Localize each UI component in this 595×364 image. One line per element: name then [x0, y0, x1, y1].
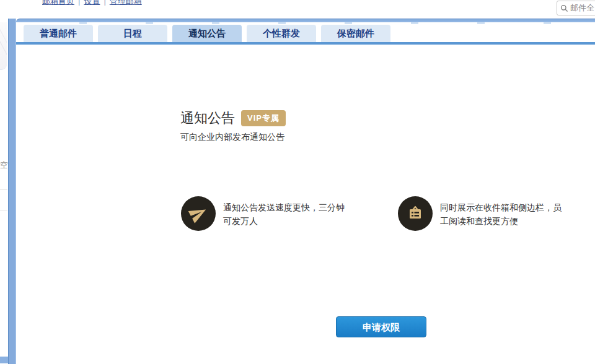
feature-fast-send: 通知公告发送速度更快，三分钟可发万人 [181, 196, 352, 231]
top-nav: 邮箱首页|设置|管理邮箱 [42, 0, 142, 6]
compose-tab-bar: 普通邮件日程通知公告个性群发保密邮件 [24, 25, 395, 42]
tab-announcement[interactable]: 通知公告 [172, 25, 242, 42]
search-placeholder: 邮件全 [570, 2, 594, 14]
nav-link-manage-mailbox[interactable]: 管理邮箱 [110, 0, 142, 6]
title-row: 通知公告 VIP专属 [180, 109, 286, 128]
notice-board-icon [398, 196, 433, 231]
nav-separator: | [104, 0, 105, 6]
page-title: 通知公告 [180, 109, 235, 128]
divider [0, 210, 7, 210]
compose-panel: 普通邮件日程通知公告个性群发保密邮件 通知公告 VIP专属 可向企业内部发布通知… [16, 19, 595, 364]
panel-border [0, 357, 8, 363]
nav-link-mail-home[interactable]: 邮箱首页 [42, 0, 74, 6]
feature-text: 通知公告发送速度更快，三分钟可发万人 [223, 196, 352, 231]
nav-link-settings[interactable]: 设置 [84, 0, 100, 6]
paper-plane-icon [181, 196, 216, 231]
tab-underline [16, 42, 595, 45]
brand-logo [1, 0, 37, 6]
tab-normal-mail[interactable]: 普通邮件 [24, 25, 93, 42]
search-icon [560, 4, 568, 12]
background-dashes [79, 22, 557, 24]
panel-left-border [8, 19, 16, 364]
apply-permission-button[interactable]: 申请权限 [336, 316, 426, 337]
feature-text: 同时展示在收件箱和侧边栏，员工阅读和查找更方便 [440, 196, 569, 231]
divider [0, 189, 7, 190]
background-page-edge: 空] [0, 19, 8, 357]
tab-schedule[interactable]: 日程 [98, 25, 167, 42]
feature-inbox-sidebar: 同时展示在收件箱和侧边栏，员工阅读和查找更方便 [398, 196, 569, 231]
tab-confidential-mail[interactable]: 保密邮件 [321, 25, 390, 42]
background-ad-fragment [0, 22, 7, 70]
page-subtitle: 可向企业内部发布通知公告 [180, 132, 284, 143]
tab-personalized-mass-send[interactable]: 个性群发 [247, 25, 316, 42]
nav-separator: | [78, 0, 80, 6]
search-input[interactable]: 邮件全 [557, 1, 595, 15]
vip-badge: VIP专属 [241, 110, 286, 126]
top-header: 邮箱首页|设置|管理邮箱 邮件全 [0, 0, 595, 17]
